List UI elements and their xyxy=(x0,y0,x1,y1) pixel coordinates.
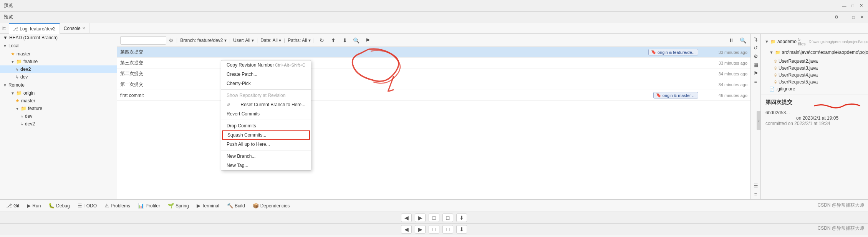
branch-filter[interactable]: Branch: feature/dev2 ▾ xyxy=(180,38,227,43)
sidebar-section-local[interactable]: ▼ Local xyxy=(0,42,117,50)
nav-forward-2[interactable]: ▶ xyxy=(415,225,426,234)
tab-console[interactable]: Console ✕ xyxy=(60,23,89,34)
sidebar-item-master-local[interactable]: ★ master xyxy=(0,50,117,58)
search-log-icon[interactable]: 🔍 xyxy=(738,36,747,45)
vt-btn-5[interactable]: ⚑ xyxy=(752,69,760,77)
tree-item-file-3[interactable]: © UserRequest4.java xyxy=(763,72,866,78)
nav-square2-1[interactable]: □ xyxy=(442,214,453,222)
vt-btn-4[interactable]: ▦ xyxy=(752,61,760,68)
pull-icon[interactable]: ⬇ xyxy=(340,36,350,45)
ctx-cherry-pick[interactable]: Cherry-Pick xyxy=(221,79,311,88)
sidebar-item-origin[interactable]: ▼ 📁 origin xyxy=(0,89,117,97)
refresh-icon[interactable]: ↻ xyxy=(317,36,326,45)
sidebar-section-remote[interactable]: ▼ Remote xyxy=(0,81,117,89)
tree-item-file-2[interactable]: © UserRequest3.java xyxy=(763,65,866,72)
nav-down-2[interactable]: ⬇ xyxy=(456,225,467,234)
window-title-2: 预览 xyxy=(4,14,13,20)
bottom-btn-git[interactable]: ⎇ Git xyxy=(3,202,22,209)
sidebar-item-dev-remote[interactable]: ↳ dev xyxy=(0,112,117,120)
nav-back-2[interactable]: ◀ xyxy=(401,225,412,234)
bottom-btn-dependencies[interactable]: 📦 Dependencies xyxy=(250,202,293,209)
maximize-btn-2[interactable]: □ xyxy=(850,14,856,20)
nav-down-1[interactable]: ⬇ xyxy=(456,214,467,222)
user-filter[interactable]: User: All ▾ xyxy=(233,38,254,43)
bottom-btn-run[interactable]: ▶ Run xyxy=(24,202,44,209)
nav-forward-1[interactable]: ▶ xyxy=(415,214,426,222)
build-icon: 🔨 xyxy=(227,203,233,209)
fetch-icon[interactable]: ⬆ xyxy=(329,36,338,45)
ctx-new-branch[interactable]: New Branch... xyxy=(221,152,311,161)
paths-filter[interactable]: Paths: All ▾ xyxy=(288,38,310,43)
window-controls-1[interactable]: — □ ✕ xyxy=(841,3,864,9)
ctx-show-repo-label: Show Repository at Revision xyxy=(227,93,285,98)
tree-item-src[interactable]: ▼ 📁 src\main\java\com\example\aopdemo\po… xyxy=(763,47,866,58)
bottom-btn-spring[interactable]: 🌱 Spring xyxy=(165,202,192,209)
commit-row[interactable]: 第三次提交 33 minutes ago xyxy=(117,58,750,68)
bottom-btn-profiler[interactable]: 📊 Profiler xyxy=(135,202,163,209)
minimize-btn-1[interactable]: — xyxy=(841,3,847,9)
tab-git-log[interactable]: ⎇ Log: feature/dev2 xyxy=(9,23,60,34)
nav-back-1[interactable]: ◀ xyxy=(401,214,412,222)
sidebar-item-feature-remote[interactable]: ▼ 📁 feature xyxy=(0,105,117,112)
maximize-btn-1[interactable]: □ xyxy=(850,3,856,9)
nav-square1-1[interactable]: □ xyxy=(429,214,439,222)
commit-row[interactable]: 第二次提交 34 minutes ago xyxy=(117,68,750,79)
bottom-btn-terminal[interactable]: ▶ Terminal xyxy=(194,202,222,209)
ctx-new-tag[interactable]: New Tag... xyxy=(221,161,311,170)
ctx-sep-1 xyxy=(221,89,311,90)
tree-item-file-1[interactable]: © UserRequest2.java xyxy=(763,58,866,65)
close-btn-2[interactable]: ✕ xyxy=(859,14,865,20)
sidebar-item-dev-local[interactable]: ↳ dev xyxy=(0,73,117,81)
branch-manage-icon[interactable]: ⚑ xyxy=(363,36,373,45)
pause-icon[interactable]: ⏸ xyxy=(727,36,736,45)
minimize-btn-2[interactable]: — xyxy=(842,14,848,20)
tree-item-file-4[interactable]: © UserRequest5.java xyxy=(763,78,866,85)
commit-row[interactable]: 第四次提交 🔖origin & feature/de... 33 minutes… xyxy=(117,47,750,58)
ctx-create-patch[interactable]: Create Patch... xyxy=(221,70,311,79)
ctx-reset-branch[interactable]: ↺ Reset Current Branch to Here... xyxy=(221,100,311,109)
sidebar-item-head[interactable]: ▼ HEAD (Current Branch) xyxy=(0,34,117,42)
vt-btn-6[interactable]: ≡ xyxy=(752,78,760,85)
ctx-copy-revision[interactable]: Copy Revision Number Ctrl+Alt+Shift+C xyxy=(221,60,311,70)
bottom-toolbar: ⎇ Git ▶ Run 🐛 Debug ☰ TODO ⚠ Problems 📊 … xyxy=(0,199,868,212)
ctx-revert-commits[interactable]: Revert Commits xyxy=(221,109,311,118)
sidebar-toggle[interactable]: it: xyxy=(2,26,9,31)
graph-icon[interactable]: 🔍 xyxy=(352,36,361,45)
sidebar-item-dev2-remote[interactable]: ↳ dev2 xyxy=(0,120,117,128)
tree-item-aopdemo[interactable]: ▼ 📁 aopdemo 5 files D:\wangxiang\persona… xyxy=(763,36,866,47)
panel-toggle[interactable]: › xyxy=(757,111,761,130)
search-input[interactable] xyxy=(120,36,166,45)
tree-item-file-gitignore[interactable]: 📄 .gitignore xyxy=(763,85,866,92)
commit-row[interactable]: first commit 🔖origin & master ... 46 min… xyxy=(117,90,750,101)
bottom-btn-problems[interactable]: ⚠ Problems xyxy=(101,202,133,209)
settings-gear-icon[interactable]: ⚙ xyxy=(169,37,174,43)
bottom-btn-todo[interactable]: ☰ TODO xyxy=(75,202,100,209)
tab-console-close-icon[interactable]: ✕ xyxy=(82,26,85,30)
date-filter[interactable]: Date: All ▾ xyxy=(260,38,281,43)
sidebar-item-feature-local[interactable]: ▼ 📁 feature xyxy=(0,58,117,65)
vt-btn-2[interactable]: ↺ xyxy=(752,44,760,52)
ctx-sep-3 xyxy=(221,150,311,150)
bottom-btn-debug[interactable]: 🐛 Debug xyxy=(45,202,73,209)
settings-icon[interactable]: ⚙ xyxy=(833,14,840,20)
ctx-squash-commits[interactable]: Squash Commits... xyxy=(222,130,310,140)
vt-btn-1[interactable]: ⇅ xyxy=(752,35,760,43)
ctx-drop-commits[interactable]: Drop Commits xyxy=(221,121,311,130)
remote-label: Remote xyxy=(8,82,25,88)
commit-row[interactable]: 第一次提交 34 minutes ago xyxy=(117,79,750,90)
nav-square2-2[interactable]: □ xyxy=(442,225,453,234)
todo-icon: ☰ xyxy=(78,203,82,209)
vt-btn-3[interactable]: ⚙ xyxy=(752,52,760,60)
ctx-push-all[interactable]: Push All up to Here... xyxy=(221,140,311,149)
commit-message: 第三次提交 xyxy=(120,60,698,66)
vt-btn-settings[interactable]: ≡ xyxy=(752,190,760,198)
sidebar-item-dev2-local[interactable]: ↳ dev2 xyxy=(0,65,117,73)
vt-btn-layout[interactable]: ☰ xyxy=(752,182,760,189)
nav-square1-2[interactable]: □ xyxy=(429,225,439,234)
problems-icon: ⚠ xyxy=(104,203,109,209)
sidebar-item-master-remote[interactable]: ★ master xyxy=(0,97,117,105)
window-controls-2[interactable]: ⚙ — □ ✕ xyxy=(833,14,865,20)
dependencies-icon: 📦 xyxy=(253,203,259,209)
bottom-btn-build[interactable]: 🔨 Build xyxy=(224,202,248,209)
close-btn-1[interactable]: ✕ xyxy=(858,3,864,9)
